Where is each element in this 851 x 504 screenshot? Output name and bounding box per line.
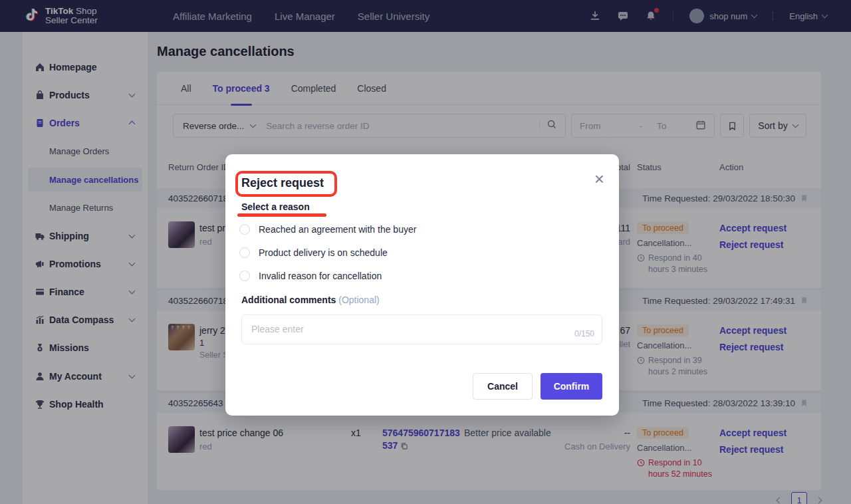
modal-title: Reject request	[241, 176, 324, 190]
additional-comments-label: Additional comments (Optional)	[241, 295, 380, 305]
cancel-button[interactable]: Cancel	[473, 373, 533, 400]
app-window: TikTok Shop Seller Center Affiliate Mark…	[0, 0, 851, 504]
confirm-button[interactable]: Confirm	[541, 373, 602, 400]
reason-option-invalid[interactable]: Invalid reason for cancellation	[239, 271, 382, 281]
radio-button[interactable]	[239, 271, 250, 281]
reject-request-modal: Reject request × Select a reason Reached…	[225, 154, 619, 416]
close-icon[interactable]: ×	[594, 170, 604, 188]
comments-field-wrapper: 0/150	[241, 315, 602, 344]
select-reason-label: Select a reason	[241, 201, 310, 212]
radio-button[interactable]	[239, 224, 250, 235]
character-counter: 0/150	[574, 329, 594, 338]
annotation-red-underline	[237, 213, 326, 217]
comments-textarea[interactable]	[241, 315, 602, 344]
reason-option-on-schedule[interactable]: Product delivery is on schedule	[239, 247, 388, 258]
radio-button[interactable]	[239, 247, 250, 258]
reason-option-agreement[interactable]: Reached an agreement with the buyer	[239, 224, 416, 235]
